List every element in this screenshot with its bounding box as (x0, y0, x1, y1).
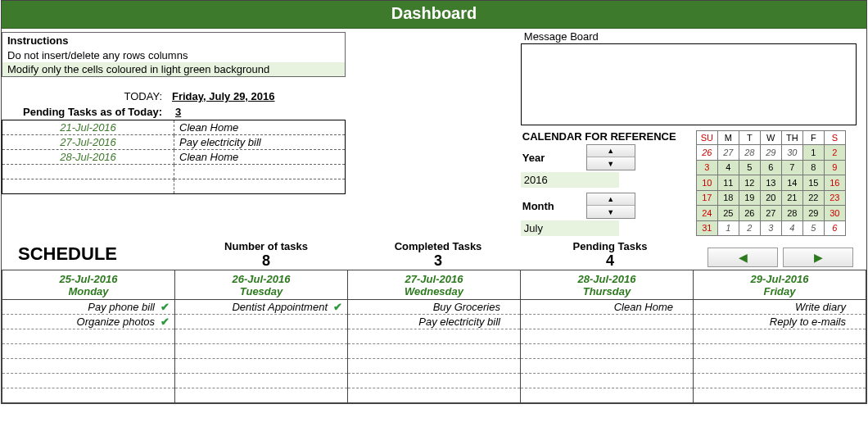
page-title: Dashboard (2, 1, 866, 29)
calendar-day-cell[interactable]: 1 (717, 220, 739, 236)
year-label: Year (521, 152, 586, 164)
schedule-cell[interactable] (175, 344, 348, 359)
calendar-day-cell[interactable]: 19 (739, 190, 760, 206)
schedule-cell[interactable] (521, 359, 694, 374)
schedule-cell[interactable] (348, 329, 521, 344)
calendar-day-cell[interactable]: 30 (781, 145, 802, 161)
calendar-day-cell[interactable]: 3 (696, 160, 717, 175)
calendar-day-cell[interactable]: 18 (717, 190, 739, 206)
calendar-day-cell[interactable]: 16 (824, 175, 845, 191)
schedule-cell[interactable]: Reply to e-mails (694, 315, 866, 329)
schedule-cell[interactable] (2, 388, 175, 403)
schedule-cell[interactable] (521, 374, 694, 388)
schedule-cell[interactable] (521, 388, 694, 403)
calendar-day-cell[interactable]: 21 (781, 190, 802, 206)
calendar-day-cell[interactable]: 3 (760, 220, 781, 236)
calendar-day-cell[interactable]: 5 (739, 160, 760, 175)
calendar-day-cell[interactable]: 25 (717, 206, 739, 221)
pending-task-row: 21-Jul-2016Clean Home (2, 120, 346, 135)
calendar-day-cell[interactable]: 15 (802, 175, 824, 191)
calendar-day-cell[interactable]: 20 (760, 190, 781, 206)
schedule-cell[interactable] (175, 315, 348, 329)
calendar-day-cell[interactable]: 29 (802, 206, 824, 221)
schedule-cell[interactable]: Buy Groceries (348, 300, 521, 315)
month-up-button[interactable]: ▲ (587, 193, 635, 206)
calendar-day-cell[interactable]: 28 (781, 206, 802, 221)
message-board-area[interactable] (521, 43, 857, 125)
year-value[interactable]: 2016 (521, 172, 619, 188)
today-label: TODAY: (2, 90, 172, 102)
calendar-day-cell[interactable]: 26 (739, 206, 760, 221)
calendar-day-cell[interactable]: 8 (802, 160, 824, 175)
year-down-button[interactable]: ▼ (587, 157, 635, 170)
schedule-cell[interactable]: Clean Home (521, 300, 694, 315)
calendar-day-cell[interactable]: 2 (824, 145, 845, 161)
calendar-day-cell[interactable]: 2 (739, 220, 760, 236)
calendar-day-cell[interactable]: 9 (824, 160, 845, 175)
calendar-day-cell[interactable]: 22 (802, 190, 824, 206)
calendar-day-cell[interactable]: 24 (696, 206, 717, 221)
schedule-cell[interactable] (348, 388, 521, 403)
calendar-day-cell[interactable]: 6 (760, 160, 781, 175)
schedule-cell[interactable]: Organize photos✔ (2, 315, 175, 329)
schedule-cell[interactable]: Pay phone bill✔ (2, 300, 175, 315)
calendar-day-cell[interactable]: 12 (739, 175, 760, 191)
num-tasks-label: Number of tasks (180, 240, 352, 252)
schedule-cell[interactable] (175, 388, 348, 403)
schedule-cell[interactable] (348, 374, 521, 388)
calendar-day-cell[interactable]: 30 (824, 206, 845, 221)
schedule-cell[interactable] (521, 315, 694, 329)
check-icon: ✔ (331, 301, 342, 313)
calendar-day-cell[interactable]: 1 (802, 145, 824, 161)
schedule-prev-button[interactable]: ◀ (708, 248, 778, 267)
calendar-day-cell[interactable]: 26 (696, 145, 717, 161)
schedule-cell[interactable]: Dentist Appointment✔ (175, 300, 348, 315)
month-down-button[interactable]: ▼ (587, 206, 635, 218)
calendar-day-cell[interactable]: 31 (696, 220, 717, 236)
schedule-cell[interactable] (694, 329, 866, 344)
calendar-day-cell[interactable]: 4 (717, 160, 739, 175)
schedule-cell[interactable] (175, 374, 348, 388)
schedule-cell[interactable] (175, 359, 348, 374)
calendar-day-cell[interactable]: 6 (824, 220, 845, 236)
check-icon: ✔ (158, 316, 170, 328)
schedule-cell[interactable] (348, 344, 521, 359)
calendar-day-cell[interactable]: 4 (781, 220, 802, 236)
calendar-day-cell[interactable]: 27 (760, 206, 781, 221)
schedule-cell[interactable] (2, 344, 175, 359)
schedule-cell[interactable]: Pay electricity bill (348, 315, 521, 329)
calendar-day-cell[interactable]: 17 (696, 190, 717, 206)
instructions-box: Instructions Do not insert/delete any ro… (2, 32, 346, 77)
year-up-button[interactable]: ▲ (587, 145, 635, 157)
schedule-cell[interactable] (2, 329, 175, 344)
schedule-cell[interactable] (521, 329, 694, 344)
calendar-day-cell[interactable]: 10 (696, 175, 717, 191)
year-spinner[interactable]: ▲ ▼ (586, 144, 635, 170)
schedule-cell[interactable] (2, 374, 175, 388)
pending-tasks-table: 21-Jul-2016Clean Home27-Jul-2016Pay elec… (2, 120, 346, 194)
schedule-day-header: 29-Jul-2016Friday (694, 270, 866, 300)
calendar-day-cell[interactable]: 5 (802, 220, 824, 236)
schedule-cell[interactable] (348, 359, 521, 374)
today-value: Friday, July 29, 2016 (172, 90, 275, 102)
schedule-next-button[interactable]: ▶ (783, 248, 853, 267)
month-value[interactable]: July (521, 220, 619, 236)
calendar-day-cell[interactable]: 11 (717, 175, 739, 191)
schedule-cell[interactable] (2, 359, 175, 374)
calendar-day-cell[interactable]: 13 (760, 175, 781, 191)
calendar-day-cell[interactable]: 23 (824, 190, 845, 206)
schedule-title: SCHEDULE (2, 238, 180, 270)
month-spinner[interactable]: ▲ ▼ (586, 193, 635, 219)
schedule-cell[interactable]: Write diary (694, 300, 866, 315)
schedule-cell[interactable] (694, 388, 866, 403)
calendar-day-cell[interactable]: 29 (760, 145, 781, 161)
calendar-day-cell[interactable]: 28 (739, 145, 760, 161)
schedule-cell[interactable] (694, 359, 866, 374)
schedule-cell[interactable] (694, 374, 866, 388)
schedule-cell[interactable] (175, 329, 348, 344)
schedule-cell[interactable] (694, 344, 866, 359)
calendar-day-cell[interactable]: 7 (781, 160, 802, 175)
calendar-day-cell[interactable]: 27 (717, 145, 739, 161)
calendar-day-cell[interactable]: 14 (781, 175, 802, 191)
schedule-cell[interactable] (521, 344, 694, 359)
